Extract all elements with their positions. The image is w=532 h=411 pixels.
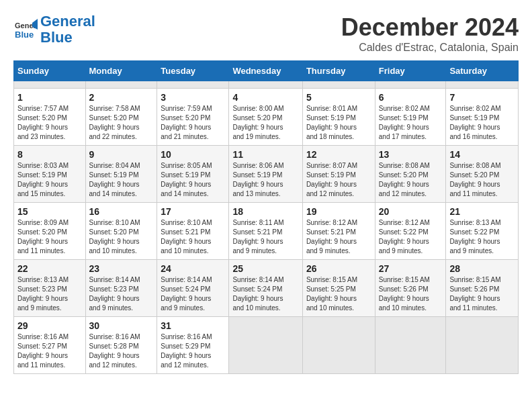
day-info: Sunrise: 8:14 AM Sunset: 5:23 PM Dayligh… <box>89 275 154 313</box>
day-info: Sunrise: 7:59 AM Sunset: 5:20 PM Dayligh… <box>161 104 225 142</box>
day-info: Sunrise: 8:07 AM Sunset: 5:19 PM Dayligh… <box>306 161 371 199</box>
calendar-cell: 16Sunrise: 8:10 AM Sunset: 5:20 PM Dayli… <box>85 203 157 260</box>
calendar-cell: 7Sunrise: 8:02 AM Sunset: 5:19 PM Daylig… <box>446 89 519 146</box>
calendar-cell: 10Sunrise: 8:05 AM Sunset: 5:19 PM Dayli… <box>157 146 229 203</box>
calendar-cell <box>375 317 446 374</box>
day-number: 9 <box>89 149 154 160</box>
day-info: Sunrise: 8:14 AM Sunset: 5:24 PM Dayligh… <box>232 275 298 313</box>
calendar-cell <box>375 81 446 89</box>
weekday-header-monday: Monday <box>85 61 157 81</box>
day-info: Sunrise: 8:15 AM Sunset: 5:26 PM Dayligh… <box>379 275 443 313</box>
day-info: Sunrise: 8:02 AM Sunset: 5:19 PM Dayligh… <box>449 104 515 142</box>
day-info: Sunrise: 8:00 AM Sunset: 5:20 PM Dayligh… <box>232 104 298 142</box>
calendar-cell: 17Sunrise: 8:10 AM Sunset: 5:21 PM Dayli… <box>157 203 229 260</box>
calendar-cell <box>446 81 519 89</box>
weekday-header-thursday: Thursday <box>302 61 375 81</box>
calendar-cell <box>302 317 375 374</box>
day-number: 13 <box>379 149 443 160</box>
day-info: Sunrise: 8:08 AM Sunset: 5:20 PM Dayligh… <box>449 161 515 199</box>
calendar-cell: 21Sunrise: 8:13 AM Sunset: 5:22 PM Dayli… <box>446 203 519 260</box>
day-number: 4 <box>232 92 298 103</box>
calendar-cell: 1Sunrise: 7:57 AM Sunset: 5:20 PM Daylig… <box>14 89 86 146</box>
day-info: Sunrise: 8:02 AM Sunset: 5:19 PM Dayligh… <box>379 104 443 142</box>
calendar-week-row: 8Sunrise: 8:03 AM Sunset: 5:19 PM Daylig… <box>14 146 519 203</box>
page-header: General Blue General Blue December 2024 … <box>13 13 519 54</box>
calendar-cell <box>229 81 302 89</box>
calendar-cell: 12Sunrise: 8:07 AM Sunset: 5:19 PM Dayli… <box>302 146 375 203</box>
day-number: 2 <box>89 92 154 103</box>
day-info: Sunrise: 8:16 AM Sunset: 5:28 PM Dayligh… <box>89 332 154 370</box>
day-info: Sunrise: 8:13 AM Sunset: 5:23 PM Dayligh… <box>17 275 82 313</box>
day-info: Sunrise: 8:06 AM Sunset: 5:19 PM Dayligh… <box>232 161 298 199</box>
day-info: Sunrise: 8:13 AM Sunset: 5:22 PM Dayligh… <box>449 218 515 256</box>
calendar-cell: 20Sunrise: 8:12 AM Sunset: 5:22 PM Dayli… <box>375 203 446 260</box>
calendar-table: SundayMondayTuesdayWednesdayThursdayFrid… <box>13 60 519 374</box>
calendar-cell: 29Sunrise: 8:16 AM Sunset: 5:27 PM Dayli… <box>14 317 86 374</box>
month-title: December 2024 <box>341 13 519 42</box>
calendar-cell: 25Sunrise: 8:14 AM Sunset: 5:24 PM Dayli… <box>229 260 302 317</box>
day-info: Sunrise: 7:58 AM Sunset: 5:20 PM Dayligh… <box>89 104 154 142</box>
day-info: Sunrise: 8:09 AM Sunset: 5:20 PM Dayligh… <box>17 218 82 256</box>
calendar-week-row: 22Sunrise: 8:13 AM Sunset: 5:23 PM Dayli… <box>14 260 519 317</box>
day-info: Sunrise: 8:16 AM Sunset: 5:27 PM Dayligh… <box>17 332 82 370</box>
weekday-header-tuesday: Tuesday <box>157 61 229 81</box>
weekday-header-friday: Friday <box>375 61 446 81</box>
day-number: 1 <box>17 92 82 103</box>
day-number: 11 <box>232 149 298 160</box>
calendar-cell <box>157 81 229 89</box>
day-number: 22 <box>17 263 82 274</box>
day-info: Sunrise: 8:04 AM Sunset: 5:19 PM Dayligh… <box>89 161 154 199</box>
day-number: 31 <box>161 320 225 331</box>
title-block: December 2024 Caldes d'Estrac, Catalonia… <box>341 13 519 54</box>
calendar-cell: 26Sunrise: 8:15 AM Sunset: 5:25 PM Dayli… <box>302 260 375 317</box>
day-info: Sunrise: 8:01 AM Sunset: 5:19 PM Dayligh… <box>306 104 371 142</box>
day-info: Sunrise: 8:14 AM Sunset: 5:24 PM Dayligh… <box>161 275 225 313</box>
svg-text:Blue: Blue <box>15 30 34 40</box>
day-info: Sunrise: 8:12 AM Sunset: 5:21 PM Dayligh… <box>306 218 371 256</box>
weekday-header-row: SundayMondayTuesdayWednesdayThursdayFrid… <box>14 61 519 81</box>
day-number: 5 <box>306 92 371 103</box>
day-number: 19 <box>306 206 371 217</box>
weekday-header-wednesday: Wednesday <box>229 61 302 81</box>
logo-text: General Blue <box>40 13 95 46</box>
day-number: 10 <box>161 149 225 160</box>
weekday-header-saturday: Saturday <box>446 61 519 81</box>
day-number: 17 <box>161 206 225 217</box>
day-info: Sunrise: 8:15 AM Sunset: 5:26 PM Dayligh… <box>449 275 515 313</box>
calendar-cell: 30Sunrise: 8:16 AM Sunset: 5:28 PM Dayli… <box>85 317 157 374</box>
calendar-cell <box>14 81 86 89</box>
calendar-cell: 2Sunrise: 7:58 AM Sunset: 5:20 PM Daylig… <box>85 89 157 146</box>
day-number: 27 <box>379 263 443 274</box>
day-number: 28 <box>449 263 515 274</box>
day-number: 8 <box>17 149 82 160</box>
day-info: Sunrise: 8:12 AM Sunset: 5:22 PM Dayligh… <box>379 218 443 256</box>
day-info: Sunrise: 8:05 AM Sunset: 5:19 PM Dayligh… <box>161 161 225 199</box>
calendar-cell: 27Sunrise: 8:15 AM Sunset: 5:26 PM Dayli… <box>375 260 446 317</box>
day-number: 12 <box>306 149 371 160</box>
day-number: 29 <box>17 320 82 331</box>
day-info: Sunrise: 8:10 AM Sunset: 5:20 PM Dayligh… <box>89 218 154 256</box>
calendar-week-row: 1Sunrise: 7:57 AM Sunset: 5:20 PM Daylig… <box>14 89 519 146</box>
calendar-cell: 19Sunrise: 8:12 AM Sunset: 5:21 PM Dayli… <box>302 203 375 260</box>
day-number: 24 <box>161 263 225 274</box>
calendar-cell: 8Sunrise: 8:03 AM Sunset: 5:19 PM Daylig… <box>14 146 86 203</box>
calendar-cell: 4Sunrise: 8:00 AM Sunset: 5:20 PM Daylig… <box>229 89 302 146</box>
calendar-cell: 18Sunrise: 8:11 AM Sunset: 5:21 PM Dayli… <box>229 203 302 260</box>
logo: General Blue General Blue <box>13 13 95 46</box>
logo-icon: General Blue <box>13 17 38 42</box>
day-number: 25 <box>232 263 298 274</box>
calendar-week-row: 29Sunrise: 8:16 AM Sunset: 5:27 PM Dayli… <box>14 317 519 374</box>
calendar-cell: 3Sunrise: 7:59 AM Sunset: 5:20 PM Daylig… <box>157 89 229 146</box>
calendar-cell <box>85 81 157 89</box>
day-number: 14 <box>449 149 515 160</box>
day-info: Sunrise: 8:15 AM Sunset: 5:25 PM Dayligh… <box>306 275 371 313</box>
calendar-cell: 23Sunrise: 8:14 AM Sunset: 5:23 PM Dayli… <box>85 260 157 317</box>
location-subtitle: Caldes d'Estrac, Catalonia, Spain <box>341 42 519 54</box>
day-number: 26 <box>306 263 371 274</box>
day-info: Sunrise: 8:03 AM Sunset: 5:19 PM Dayligh… <box>17 161 82 199</box>
calendar-cell <box>446 317 519 374</box>
calendar-cell: 15Sunrise: 8:09 AM Sunset: 5:20 PM Dayli… <box>14 203 86 260</box>
weekday-header-sunday: Sunday <box>14 61 86 81</box>
calendar-cell: 5Sunrise: 8:01 AM Sunset: 5:19 PM Daylig… <box>302 89 375 146</box>
day-number: 7 <box>449 92 515 103</box>
